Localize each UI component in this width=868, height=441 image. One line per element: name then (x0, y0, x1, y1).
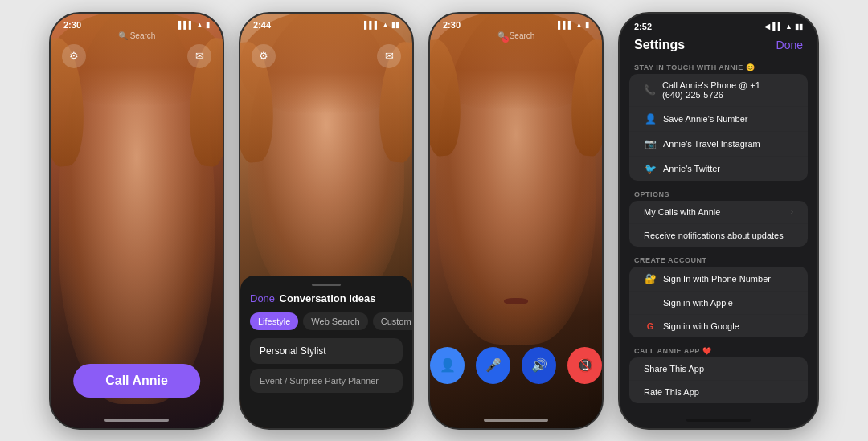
sign-in-apple-text: Sign in with Apple (663, 298, 733, 308)
row-save-number[interactable]: 👤 Save Annie's Number (629, 107, 808, 132)
phone-1: 2:30 ▌▌▌ ▲ ▮ 🔍 Search ⚙ ✉ Call Annie (49, 12, 224, 430)
call-controls: 👤 🎤 🔊 📵 (430, 347, 602, 384)
row-share-app[interactable]: Share This App (629, 357, 808, 381)
battery-icon-2: ▮▮ (391, 21, 399, 29)
home-indicator-4 (686, 419, 751, 422)
status-bar-2: 2:44 ▌▌▌ ▲ ▮▮ (240, 14, 412, 31)
gear-icon-1: ⚙ (69, 50, 79, 62)
time-3: 2:30 (443, 20, 461, 30)
sheet-item-event-planner[interactable]: Event / Surprise Party Planner (250, 369, 403, 393)
phone-icon: 📞 (644, 84, 656, 96)
bottom-sheet: Done Conversation Ideas Lifestyle Web Se… (240, 276, 412, 428)
row-sign-in-apple[interactable]: Sign in with Apple (629, 292, 808, 315)
rate-app-text: Rate This App (644, 387, 699, 397)
phone-number-icon: 🔐 (644, 273, 657, 284)
gear-button-2[interactable]: ⚙ (252, 44, 276, 68)
section-rows-2: My Calls with Annie › Receive notificati… (629, 201, 808, 247)
chip-web-search[interactable]: Web Search (303, 312, 367, 330)
microphone-icon: 🎤 (485, 357, 502, 373)
row-sign-in-phone[interactable]: 🔐 Sign In with Phone Number (629, 267, 808, 292)
end-call-button[interactable]: 📵 (567, 347, 602, 384)
home-indicator-1 (104, 419, 169, 422)
settings-title: Settings (634, 38, 685, 52)
section-label-2: OPTIONS (620, 186, 817, 201)
call-annie-button-1[interactable]: Call Annie (73, 364, 200, 398)
save-number-text: Save Annie's Number (663, 114, 747, 124)
search-label-1: Search (130, 31, 156, 40)
sign-in-google-text: Sign in with Google (663, 321, 739, 331)
twitter-text: Annie's Twitter (663, 164, 720, 174)
call-phone-text: Call Annie's Phone @ +1 (640)-225-5726 (662, 80, 793, 100)
wifi-icon-2: ▲ (382, 21, 389, 29)
chevron-icon: › (791, 207, 793, 216)
chip-lifestyle[interactable]: Lifestyle (250, 312, 298, 330)
instagram-text: Annie's Travel Instagram (663, 139, 760, 149)
signal-icon-1: ▌▌▌ (178, 21, 194, 29)
person-icon: 👤 (440, 357, 456, 373)
search-icon-1: 🔍 (118, 31, 128, 40)
search-label-3: Search (510, 31, 535, 40)
search-bar-1: 🔍 Search (51, 31, 223, 40)
phone-3: 2:30 ▌▌▌ ▲ ▮ 🔍 Search 👤 🎤 🔊 📵 (428, 12, 604, 430)
wifi-icon-4: ▲ (785, 22, 792, 31)
section-call-annie-app: CALL ANNIE APP ❤️ Share This App Rate Th… (620, 342, 817, 403)
instagram-icon: 📷 (644, 138, 657, 149)
signal-icon-3: ▌▌▌ (558, 21, 573, 29)
section-rows-1: 📞 Call Annie's Phone @ +1 (640)-225-5726… (629, 74, 808, 181)
section-options: OPTIONS My Calls with Annie › Receive no… (620, 186, 817, 247)
status-icons-2: ▌▌▌ ▲ ▮▮ (364, 21, 399, 29)
signal-icon-2: ▌▌▌ (364, 21, 379, 29)
chips-row: Lifestyle Web Search Custom Promp... (250, 312, 403, 330)
speaker-button[interactable]: 🔊 (522, 347, 556, 384)
twitter-icon: 🐦 (644, 163, 657, 174)
section-label-1: STAY IN TOUCH WITH ANNIE 😊 (620, 59, 817, 74)
settings-time: 2:52 (634, 22, 652, 31)
message-button-1[interactable]: ✉ (187, 44, 211, 68)
share-app-text: Share This App (644, 364, 704, 374)
person-button[interactable]: 👤 (430, 347, 465, 384)
contact-icon: 👤 (644, 113, 657, 125)
section-stay-in-touch: STAY IN TOUCH WITH ANNIE 😊 📞 Call Annie'… (620, 59, 817, 181)
battery-icon-4: ▮▮ (795, 22, 803, 31)
message-icon-2: ✉ (385, 50, 394, 62)
section-create-account: CREATE ACCOUNT 🔐 Sign In with Phone Numb… (620, 251, 817, 337)
sheet-title: Conversation Ideas (280, 292, 376, 304)
time-2: 2:44 (253, 20, 271, 30)
gear-icon-2: ⚙ (259, 50, 268, 62)
section-label-3: CREATE ACCOUNT (620, 251, 817, 267)
search-icon-3: 🔍 (497, 31, 507, 40)
time-1: 2:30 (63, 20, 81, 30)
section-rows-3: 🔐 Sign In with Phone Number Sign in with… (629, 267, 808, 337)
settings-header: Settings Done (620, 35, 817, 59)
microphone-button[interactable]: 🎤 (476, 347, 510, 384)
sheet-item-personal-stylist[interactable]: Personal Stylist (250, 338, 403, 364)
row-rate-app[interactable]: Rate This App (629, 381, 808, 403)
chip-custom-prompt[interactable]: Custom Promp... (373, 312, 414, 330)
gear-button-1[interactable]: ⚙ (62, 44, 86, 68)
settings-done-button[interactable]: Done (776, 39, 803, 51)
section-label-4: CALL ANNIE APP ❤️ (620, 342, 817, 357)
end-call-icon: 📵 (577, 357, 593, 373)
sheet-header: Done Conversation Ideas (250, 292, 403, 304)
settings-panel: 2:52 ◀ ▌▌ ▲ ▮▮ Settings Done STAY IN TOU… (618, 12, 819, 430)
google-icon: G (644, 321, 657, 331)
battery-icon-1: ▮ (206, 21, 210, 29)
location-icon: ◀ (764, 22, 770, 31)
top-icons-2: ⚙ ✉ (240, 44, 412, 68)
row-sign-in-google[interactable]: G Sign in with Google (629, 315, 808, 337)
row-notifications[interactable]: Receive notifications about updates (629, 224, 808, 247)
settings-status-bar: 2:52 ◀ ▌▌ ▲ ▮▮ (620, 14, 817, 35)
sheet-done-button[interactable]: Done (250, 292, 275, 304)
settings-status-icons: ◀ ▌▌ ▲ ▮▮ (764, 22, 803, 31)
row-instagram[interactable]: 📷 Annie's Travel Instagram (629, 132, 808, 157)
row-twitter[interactable]: 🐦 Annie's Twitter (629, 157, 808, 181)
home-indicator-3 (484, 419, 548, 422)
row-call-phone[interactable]: 📞 Call Annie's Phone @ +1 (640)-225-5726 (629, 74, 808, 107)
face-art-3 (430, 14, 602, 345)
status-icons-3: ▌▌▌ ▲ ▮ (558, 21, 589, 29)
phone-2: 2:44 ▌▌▌ ▲ ▮▮ ⚙ ✉ Done Conversation Idea… (239, 12, 414, 430)
sign-in-phone-text: Sign In with Phone Number (663, 274, 771, 284)
row-my-calls[interactable]: My Calls with Annie › (629, 201, 808, 224)
message-button-2[interactable]: ✉ (377, 44, 401, 68)
top-icons-1: ⚙ ✉ (51, 44, 223, 68)
